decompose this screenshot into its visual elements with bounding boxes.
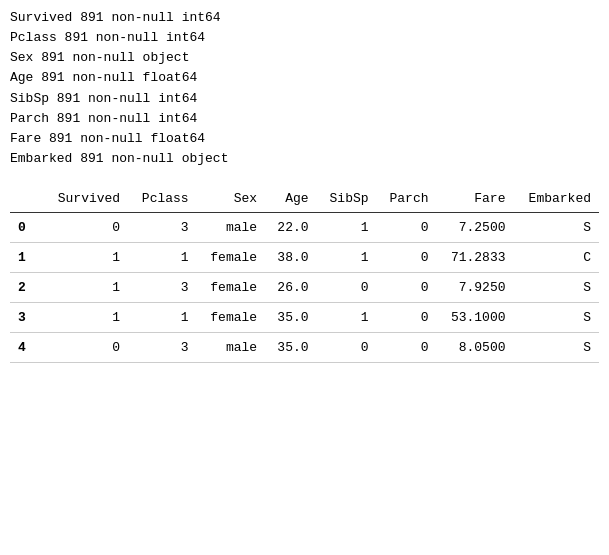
- cell-parch: 0: [377, 243, 437, 273]
- row-index: 4: [10, 333, 43, 363]
- cell-pclass: 3: [128, 333, 196, 363]
- header-Embarked: Embarked: [513, 185, 599, 213]
- header-Age: Age: [265, 185, 316, 213]
- table-row: 311female35.01053.1000S: [10, 303, 599, 333]
- column-info-row: SibSp 891 non-null int64: [10, 89, 599, 109]
- cell-sex: female: [197, 273, 265, 303]
- header-Fare: Fare: [437, 185, 514, 213]
- cell-pclass: 3: [128, 213, 196, 243]
- cell-embarked: S: [513, 303, 599, 333]
- cell-fare: 7.2500: [437, 213, 514, 243]
- header-Survived: Survived: [43, 185, 128, 213]
- row-index: 0: [10, 213, 43, 243]
- cell-parch: 0: [377, 303, 437, 333]
- column-info-row: Pclass 891 non-null int64: [10, 28, 599, 48]
- header-Parch: Parch: [377, 185, 437, 213]
- cell-pclass: 3: [128, 273, 196, 303]
- column-info-row: Fare 891 non-null float64: [10, 129, 599, 149]
- cell-age: 35.0: [265, 303, 316, 333]
- column-info-row: Embarked 891 non-null object: [10, 149, 599, 169]
- header-index: [10, 185, 43, 213]
- column-info-list: Survived 891 non-null int64Pclass 891 no…: [10, 8, 599, 169]
- cell-embarked: S: [513, 213, 599, 243]
- table-header: SurvivedPclassSexAgeSibSpParchFareEmbark…: [10, 185, 599, 213]
- column-info-row: Survived 891 non-null int64: [10, 8, 599, 28]
- cell-parch: 0: [377, 333, 437, 363]
- cell-sibsp: 0: [317, 333, 377, 363]
- cell-pclass: 1: [128, 303, 196, 333]
- table-body: 003male22.0107.2500S111female38.01071.28…: [10, 213, 599, 363]
- table-row: 213female26.0007.9250S: [10, 273, 599, 303]
- cell-sex: female: [197, 243, 265, 273]
- cell-sibsp: 1: [317, 303, 377, 333]
- cell-age: 22.0: [265, 213, 316, 243]
- header-SibSp: SibSp: [317, 185, 377, 213]
- table-row: 003male22.0107.2500S: [10, 213, 599, 243]
- table-row: 111female38.01071.2833C: [10, 243, 599, 273]
- cell-survived: 1: [43, 273, 128, 303]
- cell-sex: male: [197, 213, 265, 243]
- cell-fare: 7.9250: [437, 273, 514, 303]
- cell-embarked: C: [513, 243, 599, 273]
- cell-age: 26.0: [265, 273, 316, 303]
- cell-age: 38.0: [265, 243, 316, 273]
- cell-survived: 1: [43, 243, 128, 273]
- cell-fare: 53.1000: [437, 303, 514, 333]
- cell-parch: 0: [377, 273, 437, 303]
- row-index: 1: [10, 243, 43, 273]
- cell-fare: 8.0500: [437, 333, 514, 363]
- cell-sibsp: 1: [317, 213, 377, 243]
- row-index: 3: [10, 303, 43, 333]
- cell-embarked: S: [513, 333, 599, 363]
- column-info-row: Parch 891 non-null int64: [10, 109, 599, 129]
- column-info-row: Age 891 non-null float64: [10, 68, 599, 88]
- cell-survived: 1: [43, 303, 128, 333]
- cell-pclass: 1: [128, 243, 196, 273]
- dataframe-info: Survived 891 non-null int64Pclass 891 no…: [10, 8, 599, 169]
- cell-embarked: S: [513, 273, 599, 303]
- cell-survived: 0: [43, 333, 128, 363]
- header-Pclass: Pclass: [128, 185, 196, 213]
- cell-age: 35.0: [265, 333, 316, 363]
- cell-sex: male: [197, 333, 265, 363]
- dataframe-table: SurvivedPclassSexAgeSibSpParchFareEmbark…: [10, 185, 599, 363]
- column-info-row: Sex 891 non-null object: [10, 48, 599, 68]
- table-row: 403male35.0008.0500S: [10, 333, 599, 363]
- cell-survived: 0: [43, 213, 128, 243]
- cell-fare: 71.2833: [437, 243, 514, 273]
- cell-sibsp: 0: [317, 273, 377, 303]
- cell-sex: female: [197, 303, 265, 333]
- header-Sex: Sex: [197, 185, 265, 213]
- cell-parch: 0: [377, 213, 437, 243]
- cell-sibsp: 1: [317, 243, 377, 273]
- row-index: 2: [10, 273, 43, 303]
